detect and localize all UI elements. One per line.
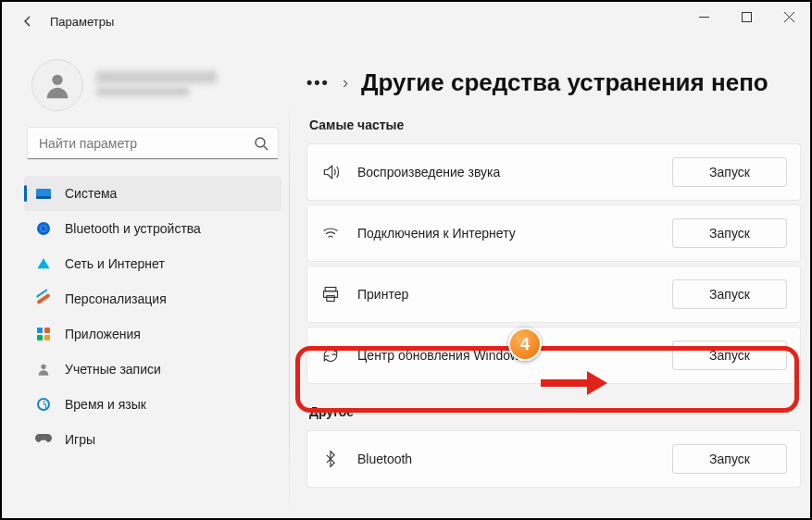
avatar (31, 59, 83, 111)
sidebar-item-apps[interactable]: Приложения (24, 316, 281, 352)
troubleshooter-printer[interactable]: Принтер Запуск (306, 266, 801, 323)
search-icon (254, 136, 269, 151)
svg-point-3 (41, 365, 45, 369)
sidebar-item-label: Персонализация (65, 291, 167, 306)
clock-icon (35, 396, 52, 413)
troubleshooter-label: Подключения к Интернету (357, 226, 656, 241)
back-button[interactable] (11, 5, 44, 38)
svg-point-2 (256, 138, 265, 147)
titlebar: Параметры (2, 2, 810, 41)
run-button[interactable]: Запуск (672, 444, 787, 474)
troubleshooter-bluetooth[interactable]: Bluetooth Запуск (306, 430, 801, 488)
page-title: Другие средства устранения непо (361, 68, 768, 97)
bluetooth-icon (320, 450, 341, 468)
apps-icon (35, 326, 52, 342)
troubleshooter-label: Bluetooth (357, 452, 656, 466)
profile-text (96, 71, 278, 100)
search-input[interactable] (28, 128, 278, 159)
svg-point-1 (52, 75, 62, 85)
sidebar-item-label: Время и язык (65, 397, 146, 412)
brush-icon (35, 291, 52, 307)
run-button[interactable]: Запуск (672, 218, 787, 248)
sidebar-item-gaming[interactable]: Игры (24, 422, 281, 457)
profile-block[interactable] (24, 48, 281, 128)
sidebar-item-system[interactable]: Система (24, 176, 281, 211)
svg-rect-5 (324, 291, 338, 298)
troubleshooter-windows-update[interactable]: Центр обновления Windows Запуск (306, 327, 801, 384)
update-icon (320, 346, 341, 365)
run-button[interactable]: Запуск (672, 279, 787, 309)
sidebar: Система Bluetooth и устройства Сеть и Ин… (2, 41, 289, 518)
sidebar-item-label: Учетные записи (65, 362, 161, 377)
svg-rect-0 (742, 12, 751, 21)
sidebar-item-label: Игры (65, 432, 95, 447)
section-heading-frequent: Самые частые (309, 118, 810, 132)
display-icon (35, 185, 52, 202)
arrow-left-icon (20, 14, 35, 29)
gamepad-icon (35, 431, 52, 448)
run-button[interactable]: Запуск (672, 340, 787, 370)
svg-rect-6 (327, 296, 334, 302)
account-icon (35, 361, 52, 378)
section-heading-other: Другое (309, 404, 810, 419)
troubleshooter-audio[interactable]: Воспроизведение звука Запуск (306, 143, 801, 201)
separator (289, 96, 290, 518)
troubleshooter-label: Принтер (357, 287, 656, 302)
breadcrumb-more[interactable]: ••• (306, 73, 330, 93)
sidebar-item-accounts[interactable]: Учетные записи (24, 352, 281, 387)
minimize-button[interactable] (682, 2, 725, 31)
speaker-icon (320, 163, 341, 181)
window-title: Параметры (50, 15, 114, 29)
wifi-icon (35, 255, 52, 272)
breadcrumb: ••• › Другие средства устранения непо (306, 68, 810, 97)
sidebar-item-time-lang[interactable]: Время и язык (24, 387, 281, 422)
svg-rect-4 (325, 288, 336, 291)
close-button[interactable] (768, 2, 810, 31)
sidebar-item-label: Сеть и Интернет (65, 256, 165, 271)
troubleshooter-label: Центр обновления Windows (357, 348, 656, 363)
sidebar-item-label: Приложения (65, 327, 141, 341)
run-button[interactable]: Запуск (672, 157, 787, 187)
content-area: ••• › Другие средства устранения непо Са… (294, 41, 810, 518)
sidebar-item-label: Bluetooth и устройства (65, 221, 201, 236)
sidebar-item-label: Система (65, 186, 117, 201)
maximize-button[interactable] (725, 2, 768, 31)
search-box (28, 128, 278, 159)
sidebar-item-personalization[interactable]: Персонализация (24, 281, 281, 316)
sidebar-item-bluetooth[interactable]: Bluetooth и устройства (24, 211, 281, 246)
sidebar-item-network[interactable]: Сеть и Интернет (24, 246, 281, 281)
chevron-right-icon: › (343, 73, 348, 93)
printer-icon (320, 285, 341, 303)
nav-list: Система Bluetooth и устройства Сеть и Ин… (24, 176, 281, 457)
wifi-icon (320, 224, 341, 242)
person-icon (42, 69, 73, 101)
bluetooth-icon (35, 220, 52, 237)
troubleshooter-label: Воспроизведение звука (357, 165, 656, 180)
troubleshooter-internet[interactable]: Подключения к Интернету Запуск (306, 204, 801, 262)
